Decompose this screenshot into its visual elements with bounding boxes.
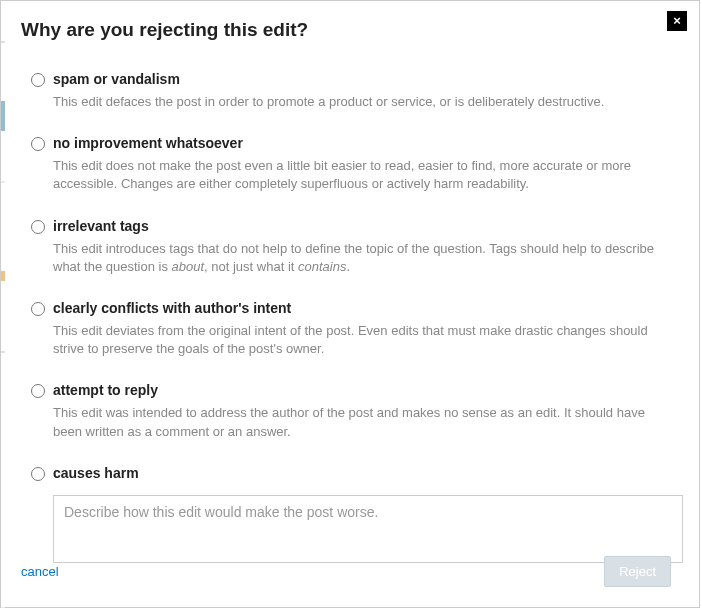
dialog-title: Why are you rejecting this edit? xyxy=(21,19,671,41)
option-spam[interactable]: spam or vandalism This edit defaces the … xyxy=(31,71,671,111)
close-button[interactable]: × xyxy=(667,11,687,31)
causes-harm-textarea[interactable] xyxy=(53,495,683,563)
option-causes-harm-label: causes harm xyxy=(53,465,671,481)
reject-edit-dialog: × Why are you rejecting this edit? spam … xyxy=(0,0,700,608)
option-conflicts-intent-label: clearly conflicts with author's intent xyxy=(53,300,671,316)
option-no-improvement[interactable]: no improvement whatsoever This edit does… xyxy=(31,135,671,193)
radio-causes-harm[interactable] xyxy=(31,467,45,481)
radio-spam[interactable] xyxy=(31,73,45,87)
option-spam-label: spam or vandalism xyxy=(53,71,671,87)
option-irrelevant-tags-label: irrelevant tags xyxy=(53,218,671,234)
option-attempt-reply[interactable]: attempt to reply This edit was intended … xyxy=(31,382,671,440)
radio-no-improvement[interactable] xyxy=(31,137,45,151)
option-spam-desc: This edit defaces the post in order to p… xyxy=(53,93,671,111)
radio-attempt-reply[interactable] xyxy=(31,384,45,398)
option-irrelevant-tags-desc: This edit introduces tags that do not he… xyxy=(53,240,671,276)
option-attempt-reply-label: attempt to reply xyxy=(53,382,671,398)
left-stripe-decoration xyxy=(1,1,5,609)
radio-irrelevant-tags[interactable] xyxy=(31,220,45,234)
option-no-improvement-label: no improvement whatsoever xyxy=(53,135,671,151)
option-no-improvement-desc: This edit does not make the post even a … xyxy=(53,157,671,193)
option-conflicts-intent[interactable]: clearly conflicts with author's intent T… xyxy=(31,300,671,358)
radio-conflicts-intent[interactable] xyxy=(31,302,45,316)
option-conflicts-intent-desc: This edit deviates from the original int… xyxy=(53,322,671,358)
reject-button[interactable]: Reject xyxy=(604,556,671,587)
cancel-link[interactable]: cancel xyxy=(21,564,59,579)
option-attempt-reply-desc: This edit was intended to address the au… xyxy=(53,404,671,440)
dialog-footer: cancel Reject xyxy=(21,556,671,587)
option-irrelevant-tags[interactable]: irrelevant tags This edit introduces tag… xyxy=(31,218,671,276)
rejection-options: spam or vandalism This edit defaces the … xyxy=(21,71,671,567)
option-causes-harm[interactable]: causes harm xyxy=(31,465,671,567)
